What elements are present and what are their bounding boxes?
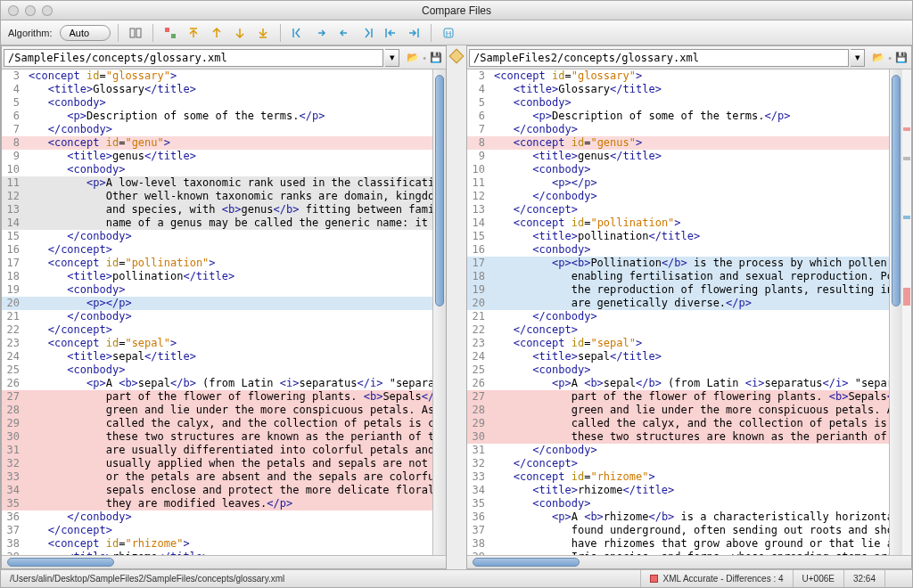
code-line[interactable]: 7 </conbody>: [2, 123, 432, 136]
code-line[interactable]: 31 </conbody>: [467, 444, 889, 457]
right-scrollbar[interactable]: [889, 69, 902, 555]
merge-right-icon[interactable]: [404, 23, 424, 43]
code-line[interactable]: 16 </concept>: [2, 243, 432, 257]
code-line[interactable]: 16 <conbody>: [467, 243, 889, 257]
code-line[interactable]: 10 <conbody>: [2, 163, 432, 176]
code-line[interactable]: 14 <concept id="pollination">: [467, 216, 889, 230]
code-line[interactable]: 27 part of the flower of flowering plant…: [2, 390, 432, 404]
code-line[interactable]: 37 </concept>: [2, 524, 432, 537]
code-line[interactable]: 26 <p>A <b>sepal</b> (from Latin <i>sepa…: [2, 377, 432, 390]
code-line[interactable]: 18 <title>pollination</title>: [2, 270, 432, 283]
code-line[interactable]: 6 <p>Description of some of the terms.</…: [2, 110, 432, 123]
resize-grip[interactable]: [885, 570, 912, 587]
code-line[interactable]: 21 </conbody>: [467, 310, 889, 323]
compare-icon[interactable]: [126, 23, 145, 43]
sync-diamond-icon[interactable]: [449, 49, 465, 64]
code-line[interactable]: 36 </conbody>: [2, 510, 432, 524]
algorithm-select[interactable]: Auto: [60, 25, 111, 41]
arrow-down-icon[interactable]: [230, 23, 250, 43]
code-line[interactable]: 19 <conbody>: [2, 283, 432, 297]
dropdown-icon[interactable]: ▾: [385, 49, 399, 67]
code-line[interactable]: 22 </concept>: [2, 323, 432, 337]
open-folder-icon[interactable]: 📂: [405, 50, 421, 66]
save-icon[interactable]: 💾: [893, 50, 909, 66]
code-line[interactable]: 20 <p></p>: [2, 297, 432, 310]
code-line[interactable]: 23 <concept id="sepal">: [2, 337, 432, 350]
code-line[interactable]: 34 sepals enclose and protect the more d…: [2, 484, 432, 497]
code-line[interactable]: 15 <title>pollination</title>: [467, 230, 889, 243]
copy-right-icon[interactable]: [311, 23, 331, 43]
code-line[interactable]: 26 <p>A <b>sepal</b> (from Latin <i>sepa…: [467, 377, 889, 390]
code-line[interactable]: 28 green and lie under the more conspicu…: [2, 404, 432, 417]
code-line[interactable]: 10 <conbody>: [467, 163, 889, 176]
code-line[interactable]: 7 </conbody>: [467, 123, 889, 136]
code-line[interactable]: 5 <conbody>: [2, 96, 432, 110]
history-icon[interactable]: H: [439, 23, 458, 43]
code-line[interactable]: 17 <concept id="pollination">: [2, 257, 432, 270]
code-line[interactable]: 21 </conbody>: [2, 310, 432, 323]
code-line[interactable]: 19 the reproduction of flowering plants,…: [467, 283, 889, 297]
code-line[interactable]: 30 these two structures are known as the…: [467, 430, 889, 444]
code-line[interactable]: 12 Other well-known taxonomic ranks are …: [2, 190, 432, 203]
code-line[interactable]: 36 <p>A <b>rhizome</b> is a characterist…: [467, 510, 889, 524]
left-code-area[interactable]: 3<concept id="glossary">4 <title>Glossar…: [2, 69, 432, 555]
left-scrollbar[interactable]: [432, 69, 446, 555]
code-line[interactable]: 35 <conbody>: [467, 497, 889, 510]
code-line[interactable]: 3<concept id="glossary">: [467, 69, 889, 83]
merge-left-icon[interactable]: [381, 23, 400, 43]
code-line[interactable]: 13 </concept>: [467, 203, 889, 216]
code-line[interactable]: 22 </concept>: [467, 323, 889, 337]
code-line[interactable]: 38 have rhizomes that grow above ground …: [467, 537, 889, 551]
code-line[interactable]: 12 </conbody>: [467, 190, 889, 203]
code-line[interactable]: 9 <title>genus</title>: [467, 150, 889, 163]
code-line[interactable]: 17 <p><b>Pollination</b> is the process …: [467, 257, 889, 270]
diff-block-icon[interactable]: [160, 23, 180, 43]
left-h-scrollbar[interactable]: [2, 555, 446, 568]
code-line[interactable]: 30 these two structures are known as the…: [2, 430, 432, 444]
code-line[interactable]: 34 <title>rhizome</title>: [467, 484, 889, 497]
code-line[interactable]: 37 found underground, often sending out …: [467, 524, 889, 537]
diff-overview[interactable]: [902, 69, 911, 555]
code-line[interactable]: 11 <p>A low-level taxonomic rank used in…: [2, 176, 432, 190]
code-line[interactable]: 25 <conbody>: [467, 363, 889, 377]
arrow-down-last-icon[interactable]: [253, 23, 273, 43]
code-line[interactable]: 32 usually applied when the petals and s…: [2, 457, 432, 470]
code-line[interactable]: 8 <concept id="genu">: [2, 136, 432, 150]
code-line[interactable]: 28 green and lie under the more conspicu…: [467, 404, 889, 417]
code-line[interactable]: 31 are usually differentiated into color…: [2, 444, 432, 457]
save-icon[interactable]: 💾: [428, 50, 444, 66]
code-line[interactable]: 11 <p></p>: [467, 176, 889, 190]
code-line[interactable]: 4 <title>Glossary</title>: [2, 83, 432, 96]
arrow-up-first-icon[interactable]: [184, 23, 203, 43]
code-line[interactable]: 35 they are modified leaves.</p>: [2, 497, 432, 510]
code-line[interactable]: 38 <concept id="rhizome">: [2, 537, 432, 551]
code-line[interactable]: 24 <title>sepal</title>: [467, 350, 889, 363]
copy-all-right-icon[interactable]: [358, 23, 377, 43]
code-line[interactable]: 25 <conbody>: [2, 363, 432, 377]
arrow-up-icon[interactable]: [207, 23, 226, 43]
code-line[interactable]: 15 </conbody>: [2, 230, 432, 243]
code-line[interactable]: 33 <concept id="rhizome">: [467, 470, 889, 484]
code-line[interactable]: 24 <title>sepal</title>: [2, 350, 432, 363]
code-line[interactable]: 14 name of a genus may be called the gen…: [2, 216, 432, 230]
right-h-scrollbar[interactable]: [467, 555, 911, 568]
right-path-field[interactable]: /SampleFiles2/concepts/glossary.xml: [469, 49, 849, 67]
code-line[interactable]: 3<concept id="glossary">: [2, 69, 432, 83]
dropdown-icon[interactable]: ▾: [851, 49, 865, 67]
code-line[interactable]: 23 <concept id="sepal">: [467, 337, 889, 350]
code-line[interactable]: 4 <title>Glossary</title>: [467, 83, 889, 96]
right-code-area[interactable]: 3<concept id="glossary">4 <title>Glossar…: [467, 69, 889, 555]
code-line[interactable]: 18 enabling fertilisation and sexual rep…: [467, 270, 889, 283]
code-line[interactable]: 13 and species, with <b>genus</b> fittin…: [2, 203, 432, 216]
open-folder-icon[interactable]: 📂: [870, 50, 886, 66]
code-line[interactable]: 32 </concept>: [467, 457, 889, 470]
code-line[interactable]: 5 <conbody>: [467, 96, 889, 110]
copy-all-left-icon[interactable]: [288, 23, 308, 43]
left-path-field[interactable]: /SampleFiles/concepts/glossary.xml: [4, 49, 383, 67]
code-line[interactable]: 29 called the calyx, and the collection …: [467, 417, 889, 430]
code-line[interactable]: 20 are genetically diverse.</p>: [467, 297, 889, 310]
code-line[interactable]: 8 <concept id="genus">: [467, 136, 889, 150]
code-line[interactable]: 33 or the petals are absent and the sepa…: [2, 470, 432, 484]
code-line[interactable]: 27 part of the flower of flowering plant…: [467, 390, 889, 404]
copy-left-icon[interactable]: [334, 23, 354, 43]
